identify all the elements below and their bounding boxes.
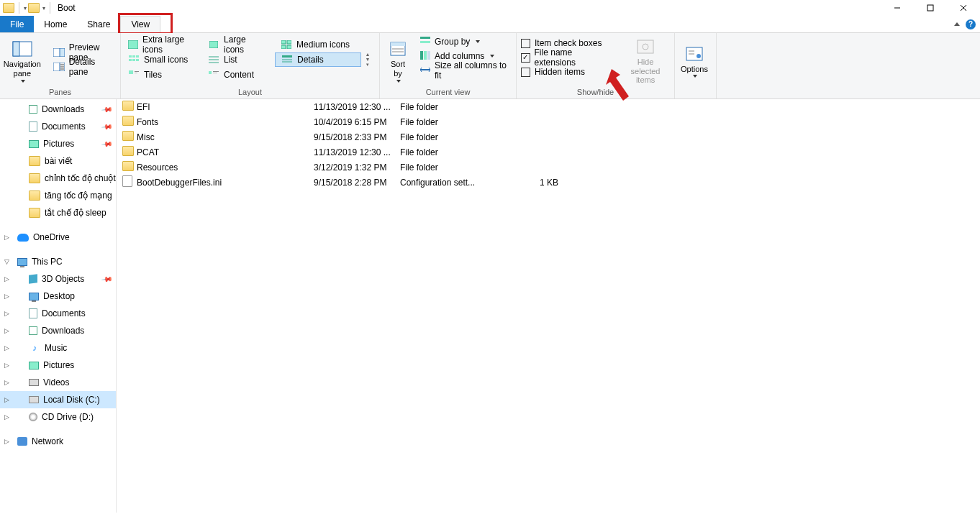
chevron-down-icon (21, 80, 25, 83)
layout-tiles[interactable]: Tiles (122, 68, 201, 82)
navigation-pane-button[interactable]: Navigation pane (0, 33, 45, 86)
tab-file[interactable]: File (0, 16, 34, 32)
folder-icon (29, 156, 40, 166)
3d-objects-icon (29, 274, 37, 284)
title-bar: ▾ ▾ Boot (0, 0, 980, 16)
nav-tatche[interactable]: tắt chế độ sleep (0, 204, 116, 221)
layout-extra-large-icons[interactable]: Extra large icons (122, 37, 201, 52)
file-row[interactable]: Fonts10/4/2019 6:15 PMFile folder (117, 114, 980, 129)
collapse-icon[interactable]: ▽ (4, 258, 9, 265)
svg-rect-21 (136, 55, 139, 58)
qat-dropdown-icon[interactable]: ▾ (24, 5, 27, 12)
expand-icon[interactable]: ▷ (4, 438, 9, 445)
tab-home[interactable]: Home (34, 16, 77, 32)
minimize-button[interactable] (881, 0, 914, 16)
layout-content[interactable]: Content (202, 68, 274, 82)
nav-tangtoc[interactable]: tăng tốc độ mạng (0, 187, 116, 204)
help-icon[interactable]: ? (966, 19, 976, 29)
expand-icon[interactable]: ▷ (4, 234, 9, 241)
nav-onedrive[interactable]: ▷OneDrive (0, 229, 116, 246)
minimize-ribbon-icon[interactable] (954, 22, 960, 26)
expand-icon[interactable]: ▷ (4, 379, 9, 386)
nav-downloads[interactable]: Downloads📌 (0, 101, 116, 118)
svg-rect-47 (638, 40, 653, 53)
nav-pictures2[interactable]: ▷Pictures (0, 357, 116, 374)
navigation-pane[interactable]: Downloads📌 Documents📌 Pictures📌 bài viết… (0, 99, 117, 513)
tab-share[interactable]: Share (77, 16, 120, 32)
nav-documents[interactable]: Documents📌 (0, 118, 116, 135)
group-by-button[interactable]: Group by (420, 35, 512, 49)
folder-icon (29, 208, 40, 218)
options-button[interactable]: Options (675, 33, 714, 86)
qat-folder-icon[interactable] (28, 3, 40, 13)
folder-icon (122, 101, 134, 111)
svg-rect-33 (135, 73, 137, 73)
nav-pictures[interactable]: Pictures📌 (0, 135, 116, 152)
nav-network[interactable]: ▷Network (0, 433, 116, 450)
file-type: File folder (400, 102, 515, 112)
close-button[interactable] (947, 0, 980, 16)
file-list[interactable]: EFI11/13/2019 12:30 ...File folderFonts1… (117, 99, 980, 513)
file-name: BootDebuggerFiles.ini (137, 178, 314, 188)
file-row[interactable]: PCAT11/13/2019 12:30 ...File folder (117, 144, 980, 160)
maximize-button[interactable] (914, 0, 947, 16)
layout-scroll-up[interactable]: ▲ (363, 52, 373, 57)
svg-rect-18 (287, 45, 291, 49)
expand-icon[interactable]: ▷ (4, 327, 9, 334)
expand-icon[interactable]: ▷ (4, 310, 9, 317)
chevron-down-icon (490, 55, 494, 58)
nav-chinhtoc[interactable]: chỉnh tốc độ chuột (0, 170, 116, 187)
expand-icon[interactable]: ▷ (4, 413, 9, 421)
file-date: 9/15/2018 2:33 PM (314, 132, 400, 142)
folder-icon (122, 116, 134, 126)
nav-music[interactable]: ▷♪Music (0, 339, 116, 357)
file-type: File folder (400, 132, 515, 142)
videos-icon (29, 379, 39, 386)
file-type: File folder (400, 117, 515, 127)
nav-baiviet[interactable]: bài viết (0, 152, 116, 170)
layout-small-icons[interactable]: Small icons (122, 52, 201, 67)
file-row[interactable]: BootDebuggerFiles.ini9/15/2018 2:28 PMCo… (117, 175, 980, 190)
file-row[interactable]: EFI11/13/2019 12:30 ...File folder (117, 99, 980, 114)
qat-caret-icon[interactable]: ▾ (42, 5, 45, 12)
nav-3dobjects[interactable]: ▷3D Objects📌 (0, 270, 116, 288)
layout-details[interactable]: Details (275, 52, 361, 67)
tab-view[interactable]: View (120, 16, 160, 33)
nav-videos[interactable]: ▷Videos (0, 374, 116, 391)
svg-point-52 (697, 54, 701, 58)
expand-icon[interactable]: ▷ (4, 344, 9, 352)
folder-icon (29, 191, 40, 201)
layout-scroll-down[interactable]: ▼ (363, 57, 373, 62)
expand-icon[interactable]: ▷ (4, 362, 9, 369)
layout-list[interactable]: List (202, 52, 274, 67)
file-date: 10/4/2019 6:15 PM (314, 117, 400, 127)
checkbox-icon (521, 68, 530, 77)
nav-downloads2[interactable]: ▷Downloads (0, 322, 116, 339)
expand-icon[interactable]: ▷ (4, 396, 9, 403)
layout-medium-icons[interactable]: Medium icons (275, 37, 361, 52)
layout-scroll-more[interactable]: ▾ (363, 62, 373, 68)
file-date: 11/13/2019 12:30 ... (314, 102, 400, 112)
file-name: EFI (137, 102, 314, 112)
nav-thispc[interactable]: ▽This PC (0, 253, 116, 270)
nav-desktop[interactable]: ▷Desktop (0, 288, 116, 305)
nav-documents2[interactable]: ▷Documents (0, 305, 116, 322)
layout-large-icons[interactable]: Large icons (202, 37, 274, 52)
nav-local-disk-c[interactable]: ▷Local Disk (C:) (0, 391, 116, 408)
details-pane-button[interactable]: Details pane (47, 60, 117, 74)
expand-icon[interactable]: ▷ (4, 275, 9, 283)
file-name-extensions-toggle[interactable]: File name extensions (521, 50, 612, 65)
file-type: File folder (400, 147, 515, 157)
downloads-icon (29, 326, 37, 335)
svg-rect-22 (129, 59, 132, 61)
svg-rect-15 (281, 40, 286, 44)
file-size: 1 KB (515, 178, 558, 188)
hidden-items-toggle[interactable]: Hidden items (521, 65, 612, 79)
file-row[interactable]: Misc9/15/2018 2:33 PMFile folder (117, 129, 980, 144)
file-row[interactable]: Resources3/12/2019 1:32 PMFile folder (117, 160, 980, 175)
size-all-columns-button[interactable]: Size all columns to fit (420, 63, 512, 78)
sort-by-button[interactable]: Sort by (380, 33, 416, 86)
expand-icon[interactable]: ▷ (4, 293, 9, 300)
pictures-icon (29, 140, 39, 148)
nav-cd-drive[interactable]: ▷CD Drive (D:) (0, 408, 116, 426)
